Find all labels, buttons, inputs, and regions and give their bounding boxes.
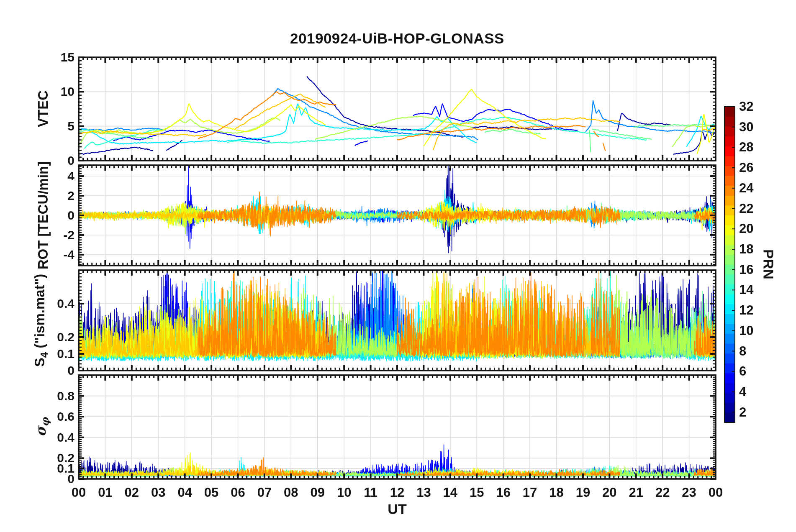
ytick-label: -2 (24, 228, 74, 243)
ytick-label: 2 (24, 188, 74, 203)
ytick-label: 10 (24, 84, 74, 99)
ytick-label: -4 (24, 247, 74, 262)
ytick-label: 5 (24, 119, 74, 134)
ytick-label: 0.4 (24, 430, 74, 445)
ytick-label: 0 (24, 208, 74, 223)
xaxis-label: UT (79, 501, 716, 517)
ytick-label: 0.2 (24, 450, 74, 466)
colorbar-tick-label: 4 (739, 384, 773, 399)
colorbar-tick-label: 32 (739, 99, 773, 114)
ytick-label: 0 (24, 153, 74, 168)
colorbar-tick-label: 10 (739, 323, 773, 338)
colorbar-tick-label: 30 (739, 120, 773, 135)
ytick-label: 15 (24, 50, 74, 65)
colorbar-tick-label: 20 (739, 221, 773, 236)
ytick-label: 0.2 (24, 330, 74, 345)
colorbar-tick-label: 18 (739, 242, 773, 257)
colorbar-tick-label: 6 (739, 364, 773, 379)
chart-title: 20190924-UiB-HOP-GLONASS (79, 30, 716, 47)
chart-canvas (0, 0, 796, 532)
colorbar-tick-label: 14 (739, 282, 773, 297)
xtick-label: 00 (697, 485, 734, 500)
colorbar-tick-label: 8 (739, 344, 773, 359)
colorbar-tick-label: 26 (739, 160, 773, 175)
ytick-label: 4 (24, 169, 74, 184)
colorbar-tick-label: 24 (739, 181, 773, 196)
ytick-label: 0.8 (24, 389, 74, 404)
ytick-label: 0.4 (24, 296, 74, 311)
colorbar-tick-label: 22 (739, 201, 773, 216)
ytick-label: 0.6 (24, 409, 74, 424)
colorbar-tick-label: 12 (739, 303, 773, 318)
colorbar-tick-label: 28 (739, 140, 773, 155)
colorbar-tick-label: 2 (739, 405, 773, 420)
colorbar-tick-label: 16 (739, 262, 773, 277)
ytick-label: 0 (24, 363, 74, 378)
ytick-label: 0.1 (24, 346, 74, 361)
figure-root: 20190924-UiB-HOP-GLONASS VTEC ROT [TECU/… (0, 0, 796, 532)
